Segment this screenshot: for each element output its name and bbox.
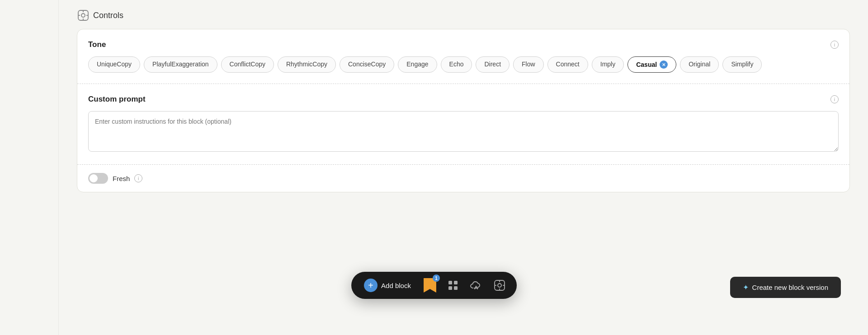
controls-header: Controls	[77, 9, 850, 22]
tone-tag-flow[interactable]: Flow	[513, 56, 544, 73]
tone-tag-uniquecopy[interactable]: UniqueCopy	[88, 56, 140, 73]
fresh-toggle-group: Fresh i	[88, 173, 142, 184]
tone-tag-conflictcopy[interactable]: ConflictCopy	[221, 56, 274, 73]
tone-tag-label: Casual	[636, 61, 657, 68]
svg-point-14	[498, 284, 501, 287]
svg-point-1	[81, 14, 85, 17]
add-block-icon: +	[364, 279, 377, 292]
custom-prompt-section: Custom prompt i	[77, 84, 849, 165]
create-version-label: Create new block version	[752, 284, 828, 291]
main-panel: Tone i UniqueCopyPlayfulExaggerationConf…	[77, 29, 850, 192]
tone-tag-simplify[interactable]: Simplify	[722, 56, 762, 73]
cloud-icon	[470, 280, 482, 291]
svg-rect-8	[448, 286, 452, 290]
bookmark-badge-button[interactable]: 1	[422, 276, 438, 294]
tone-tag-concisecopy[interactable]: ConciseCopy	[340, 56, 394, 73]
tone-tag-playfulexaggeration[interactable]: PlayfulExaggeration	[144, 56, 217, 73]
controls-title: Controls	[93, 11, 123, 20]
tone-tag-engage[interactable]: Engage	[398, 56, 437, 73]
svg-rect-7	[454, 281, 458, 284]
fresh-info-icon[interactable]: i	[134, 174, 142, 182]
fresh-section: Fresh i	[77, 165, 849, 192]
tone-tag-original[interactable]: Original	[680, 56, 719, 73]
tone-tag-close-icon[interactable]: ✕	[660, 60, 668, 69]
custom-prompt-header: Custom prompt i	[88, 95, 839, 104]
ai-controls-icon	[77, 9, 90, 22]
ai-icon-button[interactable]	[491, 277, 508, 293]
tone-tag-imply[interactable]: Imply	[592, 56, 624, 73]
tone-section: Tone i UniqueCopyPlayfulExaggerationConf…	[77, 29, 849, 84]
bookmark-badge: 1	[433, 275, 440, 282]
tone-tag-connect[interactable]: Connect	[547, 56, 588, 73]
tone-section-header: Tone i	[88, 40, 839, 49]
ai-toolbar-icon	[493, 279, 506, 292]
tone-section-title: Tone	[88, 40, 106, 49]
custom-prompt-info-icon[interactable]: i	[830, 95, 839, 103]
grid-icon-button[interactable]	[445, 278, 461, 293]
left-sidebar	[0, 0, 59, 335]
add-block-label: Add block	[381, 282, 411, 289]
create-block-version-button[interactable]: ✦ Create new block version	[730, 277, 841, 298]
add-block-button[interactable]: + Add block	[360, 277, 415, 294]
cloud-icon-button[interactable]	[468, 278, 484, 293]
svg-rect-6	[448, 281, 452, 284]
fresh-label: Fresh	[113, 175, 130, 182]
wand-icon: ✦	[743, 283, 749, 292]
tone-info-icon[interactable]: i	[830, 41, 839, 49]
custom-prompt-textarea[interactable]	[88, 111, 839, 152]
svg-line-11	[476, 286, 477, 289]
custom-prompt-title: Custom prompt	[88, 95, 146, 104]
tone-tag-echo[interactable]: Echo	[441, 56, 472, 73]
tone-tag-rhythmiccopy[interactable]: RhythmicCopy	[278, 56, 336, 73]
grid-icon	[447, 279, 459, 291]
tone-tag-casual[interactable]: Casual ✕	[627, 56, 676, 73]
svg-rect-9	[454, 286, 458, 290]
tone-tags-container: UniqueCopyPlayfulExaggerationConflictCop…	[88, 56, 839, 73]
floating-toolbar: + Add block 1	[351, 272, 517, 299]
tone-tag-direct[interactable]: Direct	[476, 56, 509, 73]
fresh-toggle-switch[interactable]	[88, 173, 108, 184]
toggle-slider	[88, 173, 108, 184]
